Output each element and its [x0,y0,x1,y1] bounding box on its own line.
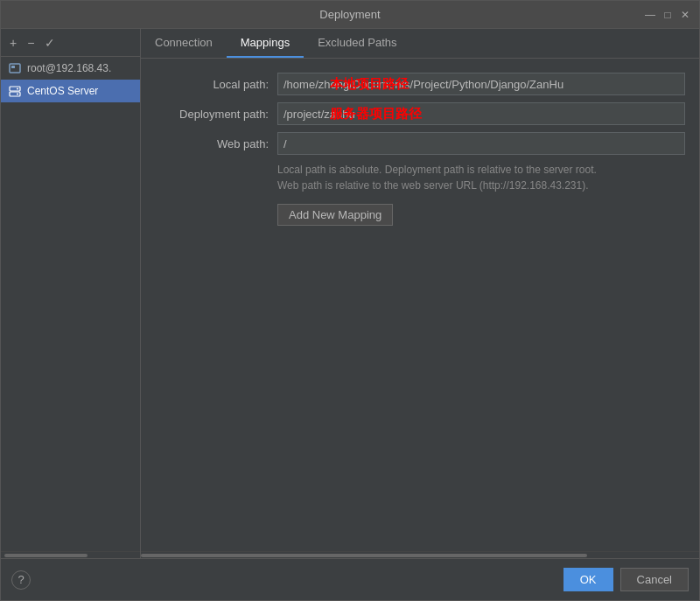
svg-rect-1 [11,66,15,68]
svg-point-5 [17,93,18,94]
sidebar-scrollbar[interactable] [1,551,140,558]
bottom-bar: ? OK Cancel [1,558,699,600]
bottom-actions: OK Cancel [564,568,689,591]
sidebar-item-centos[interactable]: CentOS Server [1,80,140,102]
info-line1: Local path is absolute. Deployment path … [277,162,685,178]
sidebar-remove-button[interactable]: − [24,35,38,51]
window-controls: — □ ✕ [643,8,692,22]
minimize-button[interactable]: — [643,8,657,22]
server-icon [8,84,22,98]
local-path-label: Local path: [155,78,277,91]
svg-rect-3 [10,92,20,96]
svg-rect-0 [10,64,20,73]
local-path-row: Local path: 本地项目路径 [155,73,685,95]
window-title: Deployment [319,8,380,21]
form-area: Local path: 本地项目路径 Deployment path: 服务器项… [141,59,699,551]
sidebar-confirm-button[interactable]: ✓ [41,35,59,51]
add-new-mapping-button[interactable]: Add New Mapping [277,204,393,226]
tab-excluded-paths[interactable]: Excluded Paths [304,29,410,58]
tab-mappings[interactable]: Mappings [227,29,304,58]
title-bar: Deployment — □ ✕ [1,1,699,29]
svg-rect-2 [10,87,20,91]
deployment-dialog: Deployment — □ ✕ + − ✓ [0,0,700,601]
main-content: + − ✓ root@192.168.43. [1,29,699,558]
close-button[interactable]: ✕ [678,8,692,22]
svg-point-4 [17,87,18,89]
deployment-path-row: Deployment path: 服务器项目路径 [155,102,685,125]
tab-connection[interactable]: Connection [141,29,227,58]
sidebar-toolbar: + − ✓ [1,29,140,57]
main-scrollbar-thumb [141,554,587,557]
web-path-label: Web path: [155,137,277,150]
deployment-path-input[interactable] [277,102,685,125]
ok-button[interactable]: OK [564,568,613,591]
local-path-input-wrapper: 本地项目路径 [277,73,685,95]
cancel-button[interactable]: Cancel [620,568,689,591]
info-text: Local path is absolute. Deployment path … [277,162,685,193]
right-panel: Connection Mappings Excluded Paths Local… [141,29,699,558]
web-path-input[interactable] [277,132,685,155]
web-path-row: Web path: [155,132,685,155]
sidebar: + − ✓ root@192.168.43. [1,29,141,558]
web-path-input-wrapper [277,132,685,155]
deployment-path-label: Deployment path: [155,108,277,121]
local-path-input[interactable] [277,73,685,95]
maximize-button[interactable]: □ [661,8,675,22]
sidebar-item-root-label: root@192.168.43. [27,62,111,74]
tabs: Connection Mappings Excluded Paths [141,29,699,59]
main-scrollbar[interactable] [141,551,699,558]
help-button[interactable]: ? [11,570,31,590]
sidebar-item-root[interactable]: root@192.168.43. [1,57,140,80]
sidebar-scrollbar-thumb [4,554,88,557]
sidebar-add-button[interactable]: + [6,35,20,51]
info-line2: Web path is relative to the web server U… [277,178,685,193]
deployment-path-input-wrapper: 服务器项目路径 [277,102,685,125]
root-icon [8,61,22,75]
sidebar-item-centos-label: CentOS Server [27,85,98,97]
sidebar-items: root@192.168.43. CentOS Server [1,57,140,551]
